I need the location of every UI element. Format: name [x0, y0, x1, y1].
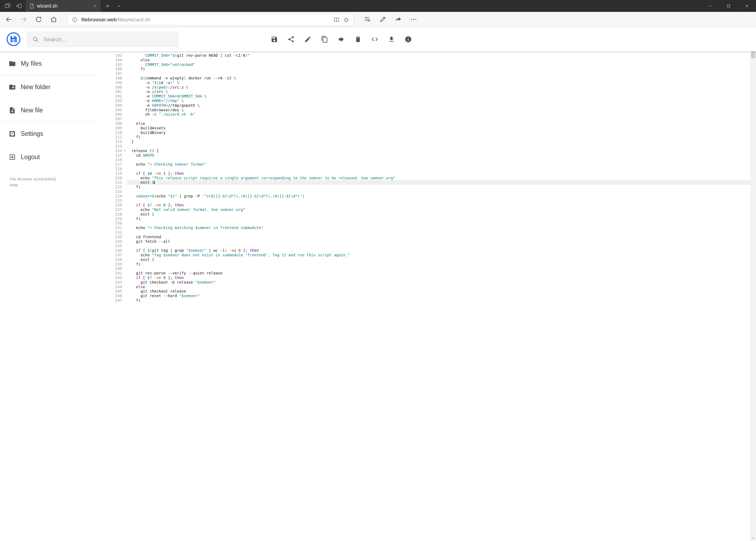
copy-icon[interactable] — [321, 36, 328, 43]
edit-icon[interactable] — [304, 36, 312, 43]
code-line-211[interactable]: 211 fi — [97, 135, 750, 139]
browser-tab[interactable]: wizard.sh — [26, 0, 101, 12]
search-input[interactable] — [44, 36, 173, 43]
code-line-228[interactable]: 228 exit 1 — [97, 212, 750, 217]
code-view-icon[interactable] — [371, 36, 378, 43]
code-line-241[interactable]: 241 git rev-parse --verify --quiet relea… — [97, 271, 750, 275]
delete-icon[interactable] — [355, 36, 362, 43]
info-icon[interactable] — [404, 36, 412, 43]
code-line-218[interactable]: 218 — [97, 167, 750, 171]
tab-close-icon[interactable] — [93, 4, 97, 8]
code-line-213[interactable]: 213 — [97, 144, 750, 149]
code-line-212[interactable]: 212} — [97, 139, 750, 144]
code-line-198[interactable]: 198 $(command -v winpty) docker run --rm… — [97, 76, 750, 81]
code-line-235[interactable]: 235 — [97, 244, 750, 248]
code-line-204[interactable]: 204 -e GOPATH=//tmp/gopath \ — [97, 103, 750, 108]
move-icon[interactable] — [338, 36, 345, 43]
code-text: -e COMMIT_SHA=$COMMIT_SHA \ — [127, 94, 750, 99]
address-bar[interactable]: filebrowser.web/files/wizard.sh — [68, 14, 354, 25]
code-line-210[interactable]: 210 buildBinary — [97, 131, 750, 135]
code-line-233[interactable]: 233 cd frontend — [97, 235, 750, 239]
code-line-244[interactable]: 244 else — [97, 285, 750, 289]
forward-button[interactable] — [20, 16, 28, 23]
code-line-224[interactable]: 224 semver=$(echo "$1" | grep -P '^v(0|[… — [97, 194, 750, 199]
share-file-icon[interactable] — [287, 36, 295, 43]
code-line-197[interactable]: 197 — [97, 71, 750, 76]
code-line-214[interactable]: 214▾release () { — [97, 149, 750, 153]
code-line-223[interactable]: 223 — [97, 189, 750, 194]
tab-list-chevron-icon[interactable] — [117, 4, 122, 8]
code-line-201[interactable]: 201 -w //src \ — [97, 89, 750, 94]
file-browser-logo[interactable] — [6, 32, 21, 46]
code-line-237[interactable]: 237 echo "Tag $semver does not exist in … — [97, 253, 750, 258]
minimize-button[interactable] — [701, 0, 719, 12]
sidebar-item-logout[interactable]: Logout — [0, 145, 97, 169]
home-button[interactable] — [50, 16, 58, 23]
code-line-234[interactable]: 234 git fetch --all — [97, 239, 750, 244]
code-line-247[interactable]: 247 fi — [97, 298, 750, 303]
line-number: 247 — [97, 298, 123, 303]
help-link[interactable]: Help — [10, 182, 56, 188]
code-line-207[interactable]: 207 — [97, 117, 750, 121]
share-icon[interactable] — [394, 16, 402, 23]
code-line-243[interactable]: 243 git checkout -b release "$semver" — [97, 280, 750, 285]
set-tabs-aside-icon[interactable] — [16, 3, 22, 9]
sidebar-item-my-files[interactable]: My files — [0, 52, 97, 75]
code-line-232[interactable]: 232 — [97, 230, 750, 235]
sidebar-item-new-folder[interactable]: New folder — [0, 75, 97, 99]
code-line-203[interactable]: 203 -e HOME="//tmp" \ — [97, 99, 750, 103]
search-box[interactable] — [27, 32, 178, 47]
code-line-242[interactable]: 242 if [ $? -ne 0 ]; then — [97, 275, 750, 280]
refresh-button[interactable] — [35, 16, 42, 23]
code-line-219[interactable]: 219 if [ $# -ne 1 ]; then — [97, 171, 750, 176]
code-line-229[interactable]: 229 fi — [97, 217, 750, 221]
reading-view-icon[interactable] — [333, 16, 340, 23]
code-line-195[interactable]: 195 COMMIT_SHA="untracked" — [97, 62, 750, 67]
code-line-216[interactable]: 216 — [97, 158, 750, 162]
web-note-pen-icon[interactable] — [379, 16, 386, 23]
code-line-231[interactable]: 231 echo "> Checking matching $semver in… — [97, 226, 750, 230]
sidebar-item-new-file[interactable]: New file — [0, 99, 97, 122]
fold-marker-icon[interactable]: ▾ — [123, 149, 127, 153]
code-line-217[interactable]: 217 echo "> Checking semver format" — [97, 162, 750, 167]
code-editor[interactable]: 193 COMMIT_SHA="$(git rev-parse HEAD | c… — [97, 51, 750, 541]
code-line-220[interactable]: 220 echo "This release script requires a… — [97, 176, 750, 181]
code-line-193[interactable]: 193 COMMIT_SHA="$(git rev-parse HEAD | c… — [97, 53, 750, 58]
code-line-209[interactable]: 209 buildAssets — [97, 126, 750, 131]
code-line-227[interactable]: 227 echo "Not valid semver format. See s… — [97, 208, 750, 212]
code-line-200[interactable]: 200 -v /$(pwd):/src:z \ — [97, 85, 750, 90]
favorite-star-icon[interactable] — [343, 16, 350, 23]
new-tab-button[interactable] — [105, 4, 110, 8]
favorites-hub-icon[interactable] — [364, 16, 371, 23]
code-line-239[interactable]: 239 fi — [97, 262, 750, 267]
code-line-226[interactable]: 226 if [ $? -ne 0 ]; then — [97, 203, 750, 208]
code-line-202[interactable]: 202 -e COMMIT_SHA=$COMMIT_SHA \ — [97, 94, 750, 99]
code-line-238[interactable]: 238 exit 1 — [97, 258, 750, 262]
download-icon[interactable] — [388, 36, 395, 43]
back-button[interactable] — [5, 16, 12, 23]
code-line-194[interactable]: 194 else — [97, 58, 750, 62]
site-info-icon[interactable] — [72, 16, 78, 23]
code-line-246[interactable]: 246 git reset --hard "$semver" — [97, 293, 750, 298]
code-line-245[interactable]: 245 git checkout release — [97, 289, 750, 293]
code-line-225[interactable]: 225 — [97, 199, 750, 203]
vertical-scrollbar[interactable]: ▲ ▼ — [750, 27, 756, 541]
close-button[interactable] — [738, 0, 756, 12]
code-line-230[interactable]: 230 — [97, 221, 750, 226]
code-line-206[interactable]: 206 sh -c "./wizard.sh -b" — [97, 112, 750, 117]
code-line-199[interactable]: 199 -u "$(id -u)" \ — [97, 81, 750, 85]
more-options-icon[interactable] — [410, 16, 417, 23]
code-line-240[interactable]: 240 — [97, 266, 750, 271]
code-line-236[interactable]: 236 if [ $(git tag | grep "$semver" | wc… — [97, 248, 750, 253]
tabs-preview-icon[interactable] — [4, 3, 11, 9]
maximize-button[interactable] — [719, 0, 738, 12]
scroll-down-arrow-icon[interactable]: ▼ — [751, 535, 756, 541]
code-line-222[interactable]: 222 fi — [97, 185, 750, 189]
code-line-208[interactable]: 208 else — [97, 121, 750, 126]
code-line-221[interactable]: 221 exit 1 — [97, 180, 750, 185]
sidebar-item-settings[interactable]: Settings — [0, 122, 97, 145]
save-icon[interactable] — [271, 36, 278, 43]
code-line-215[interactable]: 215 cd $REPO — [97, 153, 750, 158]
code-line-205[interactable]: 205 filebrowser/dev \ — [97, 108, 750, 112]
code-line-196[interactable]: 196 fi — [97, 67, 750, 71]
